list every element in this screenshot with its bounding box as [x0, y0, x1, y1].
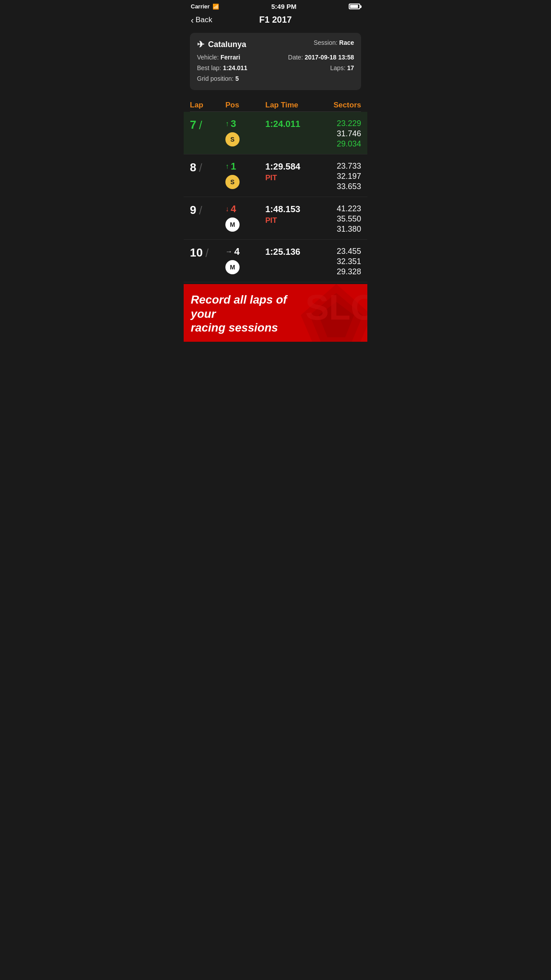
lap-number: 9: [190, 203, 196, 217]
session-label: Session:: [314, 39, 338, 46]
lap-num-cell: 7 /: [190, 117, 225, 132]
sector-1: 23.229: [303, 119, 361, 128]
laptime-cell: 1:24.011: [265, 117, 303, 129]
tyre-badge: M: [225, 217, 240, 232]
col-sectors: Sectors: [303, 101, 361, 110]
lap-num-cell: 10 /: [190, 245, 225, 260]
track-name: Catalunya: [208, 40, 246, 49]
table-row[interactable]: 9 / ↓ 4 M 1:48.153PIT 41.223 35.550 31.3…: [184, 197, 367, 240]
sector-2: 31.746: [303, 129, 361, 138]
lap-number: 8: [190, 161, 196, 174]
sector-3: 29.328: [303, 267, 361, 277]
laptime-cell: 1:29.584PIT: [265, 160, 303, 182]
session-card: ✈ Catalunya Session: Race Vehicle: Ferra…: [190, 33, 361, 90]
wifi-icon: 📶: [213, 4, 219, 10]
pos-number: 1: [231, 161, 236, 172]
laps-row: Laps: 17: [288, 63, 354, 74]
table-row[interactable]: 7 / ↑ 3 S 1:24.011 23.229 31.746 29.034: [184, 112, 367, 154]
laps-label: Laps:: [330, 64, 345, 71]
date-value: 2017-09-18 13:58: [305, 54, 354, 61]
sector-2: 35.550: [303, 214, 361, 224]
session-value: Race: [339, 39, 354, 46]
back-label: Back: [196, 16, 213, 24]
lap-number: 7: [190, 118, 196, 132]
sector-1: 41.223: [303, 204, 361, 213]
banner-decoration: SLOW: [296, 284, 367, 342]
tyre-badge: S: [225, 175, 240, 189]
sector-1: 23.455: [303, 247, 361, 256]
battery-icon: [349, 4, 360, 9]
pos-arrow-up-icon: ↑: [225, 162, 229, 170]
tyre-badge: M: [225, 260, 240, 274]
battery-fill: [350, 5, 358, 8]
table-header: Lap Pos Lap Time Sectors: [184, 97, 367, 111]
vehicle-label: Vehicle:: [197, 54, 219, 61]
pos-cell: ↑ 1 S: [225, 160, 265, 189]
laptime-cell: 1:25.136: [265, 245, 303, 257]
tyre-slash-icon: /: [199, 119, 202, 131]
lap-time: 1:48.153: [265, 204, 300, 214]
session-left-details: Vehicle: Ferrari Best lap: 1:24.011 Grid…: [197, 52, 248, 84]
bestlap-row: Best lap: 1:24.011: [197, 63, 248, 74]
back-chevron-icon: ‹: [191, 16, 194, 24]
date-row: Date: 2017-09-18 13:58: [288, 52, 354, 63]
sector-3: 29.034: [303, 139, 361, 149]
lap-time: 1:24.011: [265, 119, 300, 129]
pit-label: PIT: [265, 174, 277, 182]
pos-cell: ↓ 4 M: [225, 202, 265, 232]
table-row[interactable]: 10 / → 4 M 1:25.136 23.455 32.351 29.328: [184, 240, 367, 282]
session-top: ✈ Catalunya Session: Race: [197, 39, 354, 50]
page-title: F1 2017: [259, 15, 291, 25]
lap-num-cell: 9 /: [190, 202, 225, 217]
lap-time: 1:29.584: [265, 162, 300, 172]
lap-num-cell: 8 /: [190, 160, 225, 174]
grid-label: Grid position:: [197, 75, 233, 82]
date-label: Date:: [288, 54, 303, 61]
sectors-cell: 41.223 35.550 31.380: [303, 202, 361, 234]
vehicle-row: Vehicle: Ferrari: [197, 52, 248, 63]
nav-bar: ‹ Back F1 2017: [184, 12, 367, 29]
svg-text:SLOW: SLOW: [305, 288, 367, 327]
session-details: Vehicle: Ferrari Best lap: 1:24.011 Grid…: [197, 52, 354, 84]
session-right-details: Date: 2017-09-18 13:58 Laps: 17: [288, 52, 354, 84]
sector-3: 33.653: [303, 182, 361, 191]
tyre-badge: S: [225, 132, 240, 146]
sector-3: 31.380: [303, 225, 361, 234]
pos-cell: ↑ 3 S: [225, 117, 265, 146]
lap-time: 1:25.136: [265, 247, 300, 257]
pos-cell: → 4 M: [225, 245, 265, 274]
promo-line2: racing sessions: [191, 321, 278, 334]
status-left: Carrier 📶: [191, 3, 219, 10]
promo-banner: SLOW Record all laps of your racing sess…: [184, 284, 367, 342]
promo-text: Record all laps of your racing sessions: [191, 293, 301, 335]
track-name-row: ✈ Catalunya: [197, 39, 246, 50]
pos-row: ↑ 1: [225, 161, 265, 172]
pit-label: PIT: [265, 216, 277, 225]
grid-row: Grid position: 5: [197, 74, 248, 84]
pos-arrow-neutral-icon: →: [225, 248, 232, 256]
promo-line1: Record all laps of your: [191, 293, 287, 320]
lap-rows-container: 7 / ↑ 3 S 1:24.011 23.229 31.746 29.034 …: [184, 112, 367, 282]
grid-value: 5: [235, 75, 239, 82]
pos-number: 4: [231, 203, 236, 215]
pos-row: ↑ 3: [225, 118, 265, 130]
col-laptime: Lap Time: [265, 101, 303, 110]
laps-value: 17: [347, 64, 354, 71]
time-label: 5:49 PM: [271, 3, 296, 10]
tyre-slash-icon: /: [205, 247, 209, 259]
pos-number: 4: [234, 246, 240, 257]
bestlap-label: Best lap:: [197, 64, 221, 71]
pos-row: → 4: [225, 246, 265, 257]
pos-number: 3: [231, 118, 236, 130]
col-lap: Lap: [190, 101, 225, 110]
tyre-slash-icon: /: [199, 205, 202, 216]
tyre-slash-icon: /: [199, 162, 202, 174]
bestlap-value: 1:24.011: [223, 64, 247, 71]
pos-arrow-down-icon: ↓: [225, 205, 229, 213]
table-row[interactable]: 8 / ↑ 1 S 1:29.584PIT 23.733 32.197 33.6…: [184, 154, 367, 197]
sectors-cell: 23.229 31.746 29.034: [303, 117, 361, 149]
back-button[interactable]: ‹ Back: [191, 16, 212, 24]
vehicle-value: Ferrari: [220, 54, 240, 61]
laptime-cell: 1:48.153PIT: [265, 202, 303, 225]
status-bar: Carrier 📶 5:49 PM: [184, 0, 367, 12]
